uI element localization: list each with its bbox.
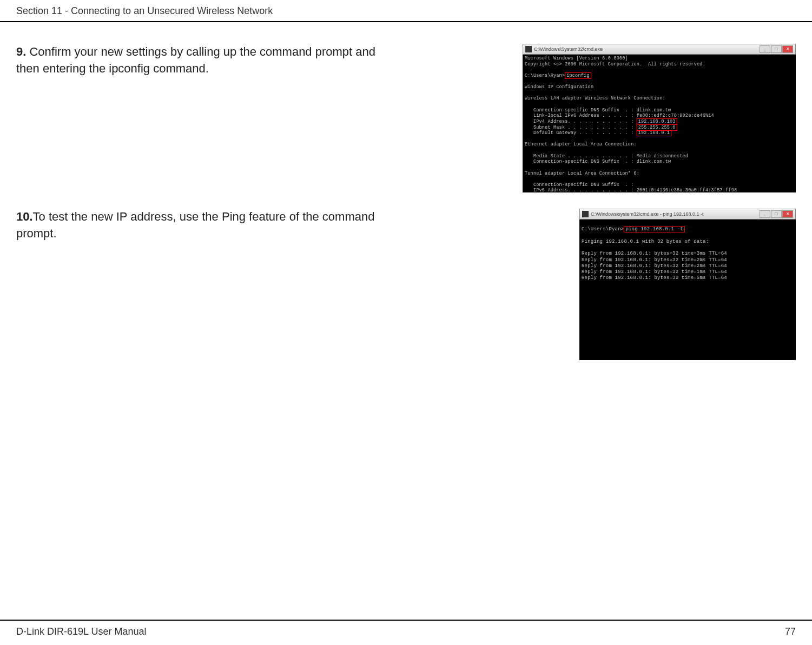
cmd-line: Connection-specific DNS Suffix . : (525, 182, 633, 188)
step-10: 10.To test the new IP address, use the P… (16, 209, 796, 360)
step-9: 9. Confirm your new settings by calling … (16, 44, 796, 192)
header-divider (0, 21, 812, 22)
cmd-line: IPv6 Address. . . . . . . . . . . : 2001… (525, 188, 737, 193)
cmd-line: Ethernet adapter Local Area Connection: (525, 142, 637, 147)
cmd-title-text: C:\Windows\System32\cmd.exe (534, 46, 603, 52)
cmd-window-ipconfig: C:\Windows\System32\cmd.exe _ □ ✕ Micros… (523, 44, 796, 192)
cmd-prompt: C:\Users\Ryan> (525, 73, 565, 78)
cmd-line: Reply from 192.168.0.1: bytes=32 time=2m… (582, 263, 727, 269)
cmd-line: Reply from 192.168.0.1: bytes=32 time=5m… (582, 275, 727, 281)
ping-highlight: ping 192.168.0.1 -t (624, 226, 684, 232)
cmd-line: IPv4 Address. . . . . . . . . . . : (525, 119, 637, 124)
cmd-line: Connection-specific DNS Suffix . : dlink… (525, 108, 671, 113)
cmd-title-text: C:\Windows\system32\cmd.exe - ping 192.1… (591, 211, 704, 217)
maximize-button[interactable]: □ (771, 45, 782, 53)
step-9-number: 9. (16, 45, 26, 58)
cmd-line: Reply from 192.168.0.1: bytes=32 time=3m… (582, 251, 727, 256)
cmd-line: Link-local IPv6 Address . . . . . : (525, 113, 637, 118)
window-buttons: _ □ ✕ (760, 210, 793, 218)
ipconfig-highlight: ipconfig (565, 72, 591, 79)
manual-name: D-Link DIR-619L User Manual (16, 626, 146, 637)
cmd-output: Microsoft Windows [Version 6.0.6000] Cop… (523, 55, 796, 195)
cmd-line: Reply from 192.168.0.1: bytes=32 time=2m… (582, 257, 727, 263)
minimize-button[interactable]: _ (760, 45, 770, 53)
cmd-line: Default Gateway . . . . . . . . . : (525, 130, 637, 136)
cmd-icon (525, 46, 532, 52)
cmd-prompt: C:\Users\Ryan> (582, 227, 624, 232)
step-10-text: 10.To test the new IP address, use the P… (16, 209, 384, 360)
cmd-line: fe80::edf2:c78:902e:de46%14 (637, 113, 714, 118)
cmd-line: Pinging 192.168.0.1 with 32 bytes of dat… (582, 239, 709, 244)
cmd-window-ping: C:\Windows\system32\cmd.exe - ping 192.1… (579, 209, 796, 360)
cmd-line: Copyright <c> 2006 Microsoft Corporation… (525, 62, 705, 67)
cmd-titlebar: C:\Windows\system32\cmd.exe - ping 192.1… (579, 209, 796, 220)
cmd-line: Media State . . . . . . . . . . . : Medi… (525, 154, 688, 159)
close-button[interactable]: ✕ (782, 210, 793, 218)
cmd-line: Subnet Mask . . . . . . . . . . . : (525, 125, 637, 130)
footer-divider (0, 620, 812, 621)
cmd-line: Wireless LAN adapter Wireless Network Co… (525, 96, 665, 101)
cmd-line: Tunnel adapter Local Area Connection* 6: (525, 171, 639, 176)
window-buttons: _ □ ✕ (760, 45, 793, 53)
minimize-button[interactable]: _ (760, 210, 770, 218)
cmd-line: Connection-specific DNS Suffix . : dlink… (525, 159, 671, 164)
step-10-number: 10. (16, 210, 33, 223)
cmd-line: Reply from 192.168.0.1: bytes=32 time=1m… (582, 269, 727, 275)
gateway-highlight: 192.168.0.1 (637, 130, 671, 136)
page-footer: D-Link DIR-619L User Manual 77 (0, 620, 812, 645)
maximize-button[interactable]: □ (771, 210, 782, 218)
step-10-body: To test the new IP address, use the Ping… (16, 210, 374, 240)
section-header: Section 11 - Connecting to an Unsecured … (0, 0, 812, 21)
page-content: 9. Confirm your new settings by calling … (0, 44, 812, 360)
page-number: 77 (785, 626, 796, 637)
cmd-line: Windows IP Configuration (525, 84, 593, 90)
step-9-text: 9. Confirm your new settings by calling … (16, 44, 384, 192)
cmd-icon (582, 211, 589, 217)
cmd-titlebar: C:\Windows\System32\cmd.exe _ □ ✕ (523, 44, 796, 55)
step-9-body: Confirm your new settings by calling up … (16, 45, 375, 75)
cmd-output: C:\Users\Ryan>ping 192.168.0.1 -t Pingin… (579, 220, 796, 283)
cmd-line: Microsoft Windows [Version 6.0.6000] (525, 56, 628, 61)
close-button[interactable]: ✕ (782, 45, 793, 53)
